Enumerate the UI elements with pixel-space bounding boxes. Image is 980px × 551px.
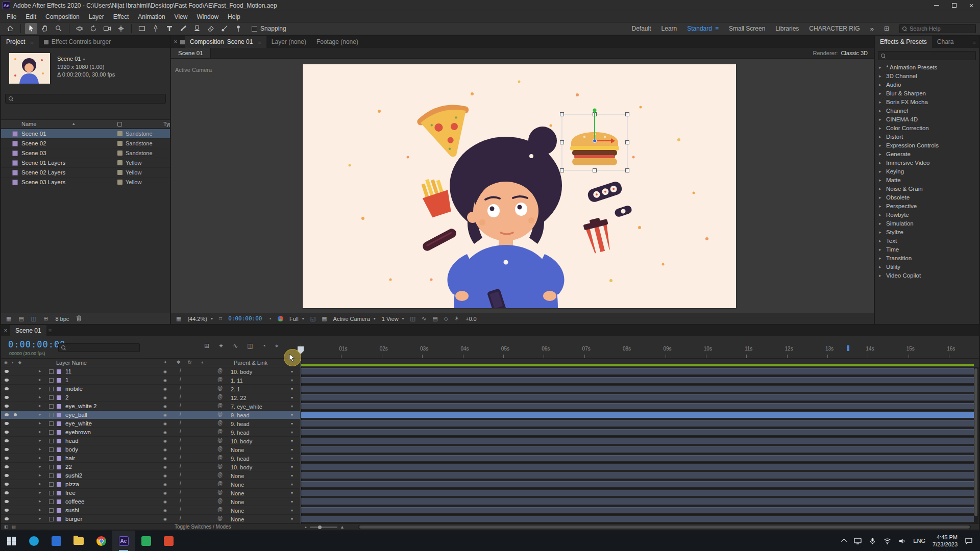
layer-color-chip[interactable] [57,378,61,383]
quality-switch-icon[interactable] [180,446,181,452]
layer-duration-bar[interactable] [301,438,974,444]
layer-track[interactable] [301,419,979,428]
visibility-eye-icon[interactable] [5,491,9,494]
close-tab-icon[interactable]: × [1,325,10,336]
mini-timeline-icon[interactable]: ▤ [432,315,437,322]
layer-track[interactable] [301,515,979,523]
label-outline-chip[interactable] [49,465,54,469]
layer-duration-bar[interactable] [301,481,974,487]
snapping-checkbox[interactable] [252,26,257,32]
visibility-eye-icon[interactable] [5,379,9,382]
pick-whip-icon[interactable] [217,472,223,478]
shy-switch-icon[interactable] [163,369,167,374]
layer-color-chip[interactable] [57,473,61,478]
layer-duration-bar[interactable] [301,403,974,409]
home-tool-icon[interactable] [4,23,16,34]
layer-expander-icon[interactable] [39,438,41,443]
layer-expander-icon[interactable] [39,464,41,469]
layer-duration-bar[interactable] [301,394,974,400]
layer-track[interactable] [301,376,979,385]
layer-expander-icon[interactable] [39,498,41,504]
layer-expander-icon[interactable] [39,472,41,478]
panel-menu-icon[interactable]: ≡ [973,39,976,45]
quality-switch-icon[interactable] [180,489,181,495]
layer-color-chip[interactable] [57,508,61,513]
tab-effects-presets[interactable]: Effects & Presets [875,36,932,48]
pick-whip-icon[interactable] [217,455,223,460]
layer-duration-bar[interactable] [301,368,974,374]
zoom-slider-thumb[interactable] [318,525,322,529]
parent-dropdown[interactable]: 10. body▾ [231,437,293,445]
layer-row[interactable]: coffeee None▾ [1,497,979,506]
parent-dropdown[interactable]: None▾ [231,506,293,515]
composition-image[interactable] [303,64,736,308]
layer-row[interactable]: pizza None▾ [1,480,979,489]
exposure-value[interactable]: +0.0 [465,316,477,322]
pick-whip-icon[interactable] [217,489,223,495]
effects-category[interactable]: * Animation Presets [875,63,979,72]
zoom-out-icon[interactable]: ▲ [304,525,307,529]
layer-track[interactable] [301,402,979,411]
effects-category[interactable]: Text [875,237,979,245]
layer-duration-bar[interactable] [301,507,974,513]
layer-track[interactable] [301,489,979,497]
menu-item[interactable]: Edit [21,11,41,22]
fast-previews-icon[interactable]: ∿ [422,315,426,322]
shy-switch-icon[interactable] [163,421,167,426]
comp-viewer-tab[interactable]: Scene 01 [171,48,211,58]
show-channel-icon[interactable] [278,316,283,321]
visibility-eye-icon[interactable] [5,439,9,442]
tab-project[interactable]: Project ≡ [1,36,39,48]
layer-expander-icon[interactable] [39,507,41,512]
resolution-dropdown[interactable]: Full▾ [289,316,304,322]
effects-category[interactable]: Keying [875,167,979,176]
rectangle-tool-icon[interactable] [136,23,148,34]
quality-switch-icon[interactable] [180,420,181,425]
layer-color-chip[interactable] [57,447,61,452]
project-row[interactable]: ▸ Scene 03 Sandstone [1,148,170,158]
menu-item[interactable]: Help [223,11,245,22]
label-color-chip[interactable] [117,180,122,185]
layer-name[interactable]: head [65,437,79,445]
visibility-eye-icon[interactable] [5,500,9,503]
effects-category[interactable]: Audio [875,81,979,89]
selection-tool-icon[interactable] [25,23,37,34]
timeline-zoom-control[interactable]: ▲ ▲ [304,524,345,530]
magnification-dropdown[interactable]: (44.2%)▾ [187,316,213,322]
shy-switch-icon[interactable] [163,508,167,513]
work-area-bar[interactable] [301,364,974,366]
effects-category[interactable]: Obsolete [875,193,979,202]
pinned-app-search-icon[interactable] [22,531,45,551]
brush-tool-icon[interactable] [177,23,189,34]
layer-track[interactable] [301,428,979,437]
pick-whip-icon[interactable] [217,385,223,391]
tab-footage[interactable]: Footage (none) [311,36,363,48]
pick-whip-icon[interactable] [217,429,223,434]
layer-track[interactable] [301,393,979,402]
layer-row[interactable]: body None▾ [1,445,979,454]
zoom-tool-icon[interactable] [53,23,65,34]
layer-name[interactable]: body [65,445,78,454]
shy-switch-icon[interactable] [163,482,167,487]
system-clock[interactable]: 4:45 PM 7/23/2023 [933,534,958,548]
grid-guides-icon[interactable]: ▦ [176,315,181,322]
label-color-chip[interactable] [117,131,122,136]
parent-dropdown[interactable]: 1. 11▾ [231,376,293,385]
preview-timecode[interactable]: 0:00:00:00 [228,315,262,322]
quality-switch-icon[interactable] [180,463,181,469]
label-outline-chip[interactable] [49,482,54,487]
hand-tool-icon[interactable] [39,23,51,34]
draft-3d-icon[interactable]: ✦ [218,342,224,349]
workspace-item[interactable]: Small Screen [729,25,765,32]
delete-icon[interactable] [76,315,82,322]
workspace-item[interactable]: Learn [662,25,677,32]
workspace-grid-icon[interactable]: ⊞ [884,25,889,32]
minimize-button[interactable] [928,0,945,11]
shy-switch-icon[interactable] [163,491,167,495]
effects-category[interactable]: Immersive Video [875,159,979,167]
pick-whip-icon[interactable] [217,403,223,408]
column-parent-link[interactable]: Parent & Link [234,360,267,366]
label-color-chip[interactable] [117,141,122,146]
effects-category[interactable]: Time [875,245,979,254]
interpret-footage-icon[interactable]: ▦ [6,315,11,322]
